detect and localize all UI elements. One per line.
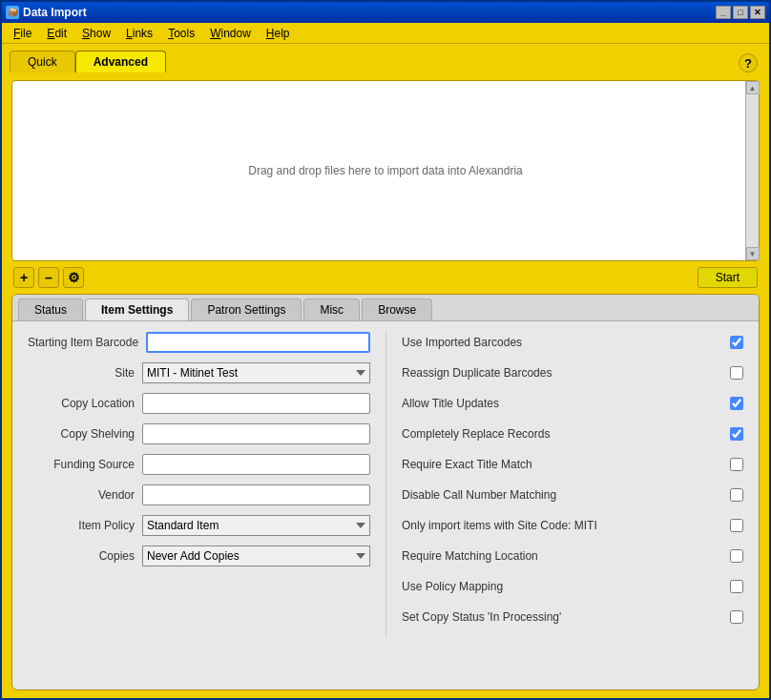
input-vendor[interactable] <box>142 484 370 505</box>
checkbox-require-exact-title-match: Require Exact Title Match <box>402 453 743 476</box>
check-only-import-items-site[interactable] <box>730 519 743 532</box>
field-copies: Copies Never Add Copies <box>28 545 370 567</box>
settings-button[interactable]: ⚙ <box>63 267 84 288</box>
select-site[interactable]: MITI - Mitinet Test <box>142 362 370 383</box>
bottom-panel: Status Item Settings Patron Settings Mis… <box>11 294 760 690</box>
checkbox-allow-title-updates: Allow Title Updates <box>402 392 743 415</box>
close-button[interactable]: ✕ <box>750 6 765 19</box>
field-site: Site MITI - Mitinet Test <box>28 361 370 384</box>
add-button[interactable]: + <box>13 267 34 288</box>
check-require-matching-location[interactable] <box>730 549 743 563</box>
input-copy-location[interactable] <box>142 393 370 414</box>
check-set-copy-status[interactable] <box>730 610 743 624</box>
start-button[interactable]: Start <box>698 267 758 288</box>
select-copies[interactable]: Never Add Copies <box>142 546 370 566</box>
toolbar-row: + – ⚙ Start <box>11 267 760 288</box>
tab-content-item-settings: Starting Item Barcode Site MITI - Mitine… <box>12 321 759 690</box>
title-bar-left: 📦 Data Import <box>6 6 87 19</box>
drop-area[interactable]: Drag and drop files here to import data … <box>11 80 760 261</box>
label-completely-replace-records: Completely Replace Records <box>402 427 722 441</box>
select-item-policy[interactable]: Standard Item <box>142 515 370 536</box>
label-require-matching-location: Require Matching Location <box>402 549 722 563</box>
label-use-policy-mapping: Use Policy Mapping <box>402 580 722 593</box>
menu-links[interactable]: Links <box>118 25 160 42</box>
checkbox-set-copy-status: Set Copy Status 'In Processing' <box>402 606 743 628</box>
label-use-imported-barcodes: Use Imported Barcodes <box>402 336 722 349</box>
tab-browse[interactable]: Browse <box>362 299 432 320</box>
menu-window[interactable]: Window <box>202 25 259 42</box>
drop-area-scrollbar: ▲ ▼ <box>745 81 759 260</box>
minimize-button[interactable]: _ <box>716 6 731 19</box>
tab-misc[interactable]: Misc <box>303 299 360 320</box>
checkbox-use-policy-mapping: Use Policy Mapping <box>402 575 743 598</box>
menu-file[interactable]: File <box>6 25 39 42</box>
menu-edit[interactable]: Edit <box>39 25 74 42</box>
label-set-copy-status: Set Copy Status 'In Processing' <box>402 610 722 624</box>
label-reassign-duplicate-barcodes: Reassign Duplicate Barcodes <box>402 366 722 380</box>
field-funding-source: Funding Source <box>28 453 370 476</box>
maximize-button[interactable]: □ <box>733 6 748 19</box>
menu-show[interactable]: Show <box>74 25 118 42</box>
check-reassign-duplicate-barcodes[interactable] <box>730 366 743 380</box>
input-copy-shelving[interactable] <box>142 423 370 444</box>
check-allow-title-updates[interactable] <box>730 397 743 410</box>
check-use-policy-mapping[interactable] <box>730 580 743 593</box>
label-disable-call-number-matching: Disable Call Number Matching <box>402 488 722 502</box>
input-starting-item-barcode[interactable] <box>146 332 370 353</box>
window-title: Data Import <box>23 6 87 19</box>
checkbox-use-imported-barcodes: Use Imported Barcodes <box>402 331 743 354</box>
label-allow-title-updates: Allow Title Updates <box>402 397 722 410</box>
drop-area-text: Drag and drop files here to import data … <box>248 164 523 177</box>
tab-patron-settings[interactable]: Patron Settings <box>191 299 302 320</box>
check-require-exact-title-match[interactable] <box>730 458 743 471</box>
app-icon: 📦 <box>6 6 19 19</box>
label-copies: Copies <box>28 549 142 563</box>
scroll-up-arrow[interactable]: ▲ <box>746 81 760 94</box>
checkbox-reassign-duplicate-barcodes: Reassign Duplicate Barcodes <box>402 361 743 384</box>
menu-help[interactable]: Help <box>259 25 298 42</box>
tab-quick[interactable]: Quick <box>10 51 75 72</box>
scroll-down-arrow[interactable]: ▼ <box>746 247 760 260</box>
label-funding-source: Funding Source <box>28 458 142 471</box>
label-starting-item-barcode: Starting Item Barcode <box>28 336 146 349</box>
label-vendor: Vendor <box>28 488 142 502</box>
form-grid: Starting Item Barcode Site MITI - Mitine… <box>28 331 743 636</box>
left-form: Starting Item Barcode Site MITI - Mitine… <box>28 331 386 636</box>
tab-advanced[interactable]: Advanced <box>75 51 166 72</box>
input-funding-source[interactable] <box>142 454 370 475</box>
field-copy-shelving: Copy Shelving <box>28 422 370 445</box>
remove-button[interactable]: – <box>38 267 59 288</box>
checkbox-completely-replace-records: Completely Replace Records <box>402 422 743 445</box>
main-content: Drag and drop files here to import data … <box>2 72 769 698</box>
check-disable-call-number-matching[interactable] <box>730 488 743 502</box>
title-controls: _ □ ✕ <box>716 6 765 19</box>
label-site: Site <box>28 366 142 380</box>
help-button[interactable]: ? <box>739 53 758 72</box>
tab-item-settings[interactable]: Item Settings <box>85 299 189 320</box>
check-completely-replace-records[interactable] <box>730 427 743 441</box>
label-require-exact-title-match: Require Exact Title Match <box>402 458 722 471</box>
label-copy-location: Copy Location <box>28 397 142 410</box>
checkbox-disable-call-number-matching: Disable Call Number Matching <box>402 484 743 506</box>
label-copy-shelving: Copy Shelving <box>28 427 142 441</box>
label-item-policy: Item Policy <box>28 519 142 532</box>
right-form: Use Imported Barcodes Reassign Duplicate… <box>386 331 743 636</box>
check-use-imported-barcodes[interactable] <box>730 336 743 349</box>
menu-tools[interactable]: Tools <box>160 25 202 42</box>
main-window: 📦 Data Import _ □ ✕ File Edit Show Links… <box>0 0 771 700</box>
menu-bar: File Edit Show Links Tools Window Help <box>2 23 769 44</box>
field-copy-location: Copy Location <box>28 392 370 415</box>
tab-status[interactable]: Status <box>18 299 83 320</box>
field-item-policy: Item Policy Standard Item <box>28 514 370 537</box>
top-tabs-row: Quick Advanced ? <box>2 44 769 72</box>
checkbox-require-matching-location: Require Matching Location <box>402 545 743 567</box>
label-only-import-items-site: Only import items with Site Code: MITI <box>402 519 722 532</box>
field-vendor: Vendor <box>28 484 370 506</box>
checkbox-only-import-items-site: Only import items with Site Code: MITI <box>402 514 743 537</box>
title-bar: 📦 Data Import _ □ ✕ <box>2 2 769 23</box>
field-starting-item-barcode: Starting Item Barcode <box>28 331 370 354</box>
bottom-tabs: Status Item Settings Patron Settings Mis… <box>12 295 759 321</box>
